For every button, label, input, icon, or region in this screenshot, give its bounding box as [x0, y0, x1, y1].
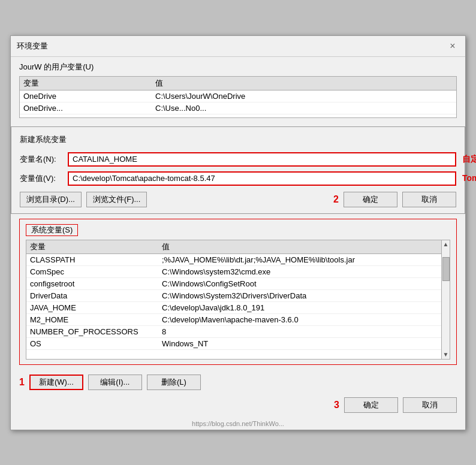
- var-value-row: 变量值(V): Tomcat安装目录: [20, 171, 456, 186]
- row-val: C:\Users\JourW\OneDrive: [155, 92, 453, 101]
- dialog-title: 环境变量: [17, 41, 48, 52]
- row-var: NUMBER_OF_PROCESSORS: [30, 327, 162, 336]
- table-row[interactable]: ComSpecC:\Windows\system32\cmd.exe: [26, 266, 450, 278]
- watermark: https://blog.csdn.net/ThinkWo...: [11, 420, 465, 430]
- table-row[interactable]: OneDrive C:\Users\JourW\OneDrive: [20, 90, 456, 102]
- sys-table-body: CLASSPATH;%JAVA_HOME%\lib\dt.jar;%JAVA_H…: [26, 254, 450, 350]
- row-val: 8: [162, 327, 446, 336]
- system-var-buttons: 1 新建(W)... 编辑(I)... 删除(L): [19, 375, 457, 390]
- step-number-1: 1: [19, 377, 25, 388]
- row-var: CLASSPATH: [30, 255, 162, 264]
- row-val: C:\Windows\system32\cmd.exe: [162, 267, 446, 276]
- step-number-2: 2: [333, 194, 339, 205]
- row-val: C:\Windows\System32\Drivers\DriverData: [162, 291, 446, 300]
- row-var: ComSpec: [30, 267, 162, 276]
- scroll-up-arrow[interactable]: ▲: [443, 240, 449, 249]
- row-var: OneDrive...: [23, 104, 155, 113]
- edit-var-button[interactable]: 编辑(I)...: [88, 375, 142, 390]
- row-var: OneDrive: [23, 92, 155, 101]
- bottom-section: 1 新建(W)... 编辑(I)... 删除(L) 3 确定 取消: [11, 370, 465, 420]
- sys-table-header: 变量 值: [26, 240, 450, 254]
- browse-file-button[interactable]: 浏览文件(F)...: [86, 192, 147, 207]
- delete-var-button[interactable]: 删除(L): [147, 375, 201, 390]
- main-cancel-button[interactable]: 取消: [403, 397, 457, 413]
- title-bar: 环境变量 ×: [11, 36, 465, 57]
- table-row[interactable]: OSWindows_NT: [26, 338, 450, 350]
- scrollbar-thumb[interactable]: [442, 257, 450, 281]
- table-row[interactable]: OneDrive... C:\Use...No0...: [20, 102, 456, 114]
- var-name-row: 变量名(N): 自定义变量名称: [20, 152, 456, 167]
- system-var-title: 系统变量(S): [29, 225, 75, 234]
- row-var: OS: [30, 339, 162, 348]
- table-row[interactable]: JAVA_HOMEC:\develop\Java\jdk1.8.0_191: [26, 302, 450, 314]
- row-var: DriverData: [30, 291, 162, 300]
- sub-dialog-title: 新建系统变量: [20, 134, 456, 145]
- sub-cancel-button[interactable]: 取消: [402, 192, 456, 207]
- main-dialog: 环境变量 × JourW 的用户变量(U) 变量 值 OneDrive C:\U…: [10, 35, 466, 430]
- header-var: 变量: [23, 78, 155, 89]
- table-row[interactable]: M2_HOMEC:\develop\Maven\apache-maven-3.6…: [26, 314, 450, 326]
- scroll-down-arrow[interactable]: ▼: [443, 351, 449, 359]
- bottom-confirm-row: 3 确定 取消: [19, 397, 457, 413]
- var-name-label: 变量名(N):: [20, 154, 68, 165]
- table-row[interactable]: DriverDataC:\Windows\System32\Drivers\Dr…: [26, 290, 450, 302]
- user-var-section: JourW 的用户变量(U) 变量 值 OneDrive C:\Users\Jo…: [11, 57, 465, 124]
- sub-confirm-button[interactable]: 确定: [344, 192, 397, 207]
- user-var-table: 变量 值 OneDrive C:\Users\JourW\OneDrive On…: [19, 76, 457, 118]
- new-var-button[interactable]: 新建(W)...: [29, 375, 83, 390]
- system-var-table: 变量 值 CLASSPATH;%JAVA_HOME%\lib\dt.jar;%J…: [26, 240, 450, 360]
- table-row[interactable]: CLASSPATH;%JAVA_HOME%\lib\dt.jar;%JAVA_H…: [26, 254, 450, 266]
- var-name-input[interactable]: [68, 152, 456, 167]
- scrollbar[interactable]: ▲ ▼: [441, 240, 450, 359]
- annotation-var-value: Tomcat安装目录: [462, 173, 476, 184]
- step-number-3: 3: [334, 400, 339, 410]
- sub-dialog-buttons: 浏览目录(D)... 浏览文件(F)... 2 确定 取消: [20, 192, 456, 207]
- row-val: ;%JAVA_HOME%\lib\dt.jar;%JAVA_HOME%\lib\…: [162, 255, 446, 264]
- new-var-sub-dialog: 新建系统变量 变量名(N): 自定义变量名称 变量值(V): Tomcat安装目…: [11, 126, 465, 214]
- header-val: 值: [155, 78, 453, 89]
- row-val: C:\Use...No0...: [155, 104, 453, 113]
- row-val: C:\develop\Maven\apache-maven-3.6.0: [162, 315, 446, 324]
- row-var: M2_HOME: [30, 315, 162, 324]
- sys-header-val: 值: [162, 241, 446, 252]
- annotation-var-name: 自定义变量名称: [462, 154, 476, 165]
- table-row[interactable]: NUMBER_OF_PROCESSORS8: [26, 326, 450, 338]
- var-value-input[interactable]: [68, 171, 456, 186]
- row-val: Windows_NT: [162, 339, 446, 348]
- sys-header-var: 变量: [30, 241, 162, 252]
- row-var: configsetroot: [30, 279, 162, 288]
- system-var-section: 系统变量(S) 变量 值 CLASSPATH;%JAVA_HOME%\lib\d…: [19, 219, 457, 365]
- main-confirm-button[interactable]: 确定: [344, 397, 398, 413]
- browse-dir-button[interactable]: 浏览目录(D)...: [20, 192, 82, 207]
- row-val: C:\develop\Java\jdk1.8.0_191: [162, 303, 446, 312]
- var-value-label: 变量值(V):: [20, 173, 68, 184]
- close-button[interactable]: ×: [446, 40, 459, 53]
- table-row[interactable]: configsetrootC:\Windows\ConfigSetRoot: [26, 278, 450, 290]
- row-val: C:\Windows\ConfigSetRoot: [162, 279, 446, 288]
- user-var-title: JourW 的用户变量(U): [19, 62, 457, 73]
- user-var-table-header: 变量 值: [20, 77, 456, 90]
- row-var: JAVA_HOME: [30, 303, 162, 312]
